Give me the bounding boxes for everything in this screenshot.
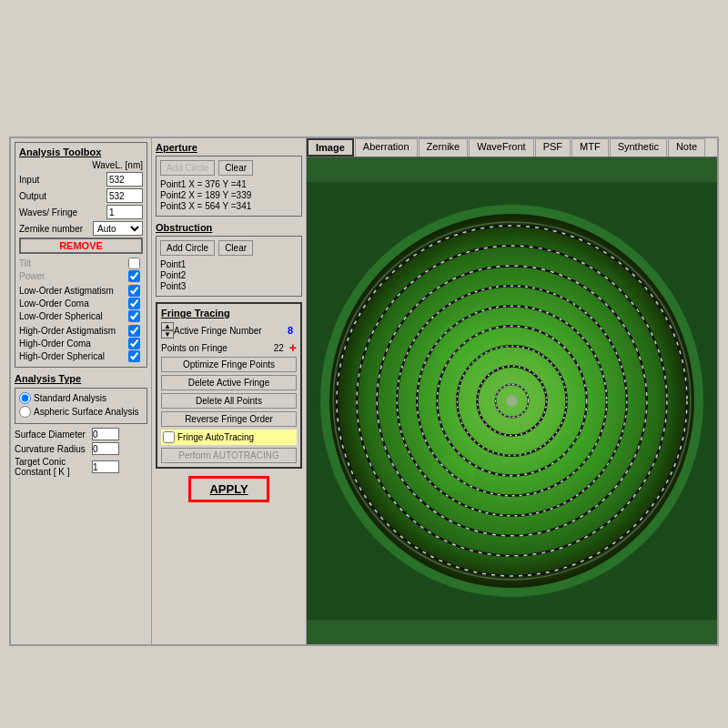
points-fringe-label: Points on Fringe [161,343,274,353]
analysis-toolbox-title: Analysis Toolbox [19,147,143,157]
lo-astigmatism-label: Low-Order Astigmatism [19,286,128,296]
autotracing-label: Fringe AutoTracing [177,432,254,442]
obs-clear-button[interactable]: Clear [218,240,253,256]
apply-wrapper: APPLY [156,476,302,502]
waves-fringe-row: Waves/ Fringe [19,205,143,219]
zernike-label: Zernike number [19,224,93,234]
tilt-checkbox[interactable] [128,258,140,269]
svg-point-26 [430,456,475,492]
tab-note[interactable]: Note [668,138,705,157]
zernike-select[interactable]: Auto [93,221,143,236]
aperture-box: Add Circle Clear Point1 X = 376 Y =41 Po… [156,156,302,217]
active-fringe-row: ▲ ▼ Active Fringe Number 8 [161,322,297,339]
hi-coma-checkbox[interactable] [128,338,140,349]
main-window: Analysis Toolbox WaveL. [nm] Input Outpu… [9,136,719,646]
obs-point3: Point3 [160,281,298,291]
perform-autotracing-button[interactable]: Perform AUTOTRACING [161,448,297,463]
lo-spherical-label: Low-Order Spherical [19,311,128,321]
aspheric-row: Aspheric Surface Analysis [19,406,143,418]
middle-panel: Aperture Add Circle Clear Point1 X = 376… [152,138,307,644]
active-fringe-label: Active Fringe Number [174,326,284,336]
lo-spherical-checkbox[interactable] [128,310,140,322]
obs-point2: Point2 [160,270,298,280]
output-field[interactable] [106,188,143,203]
aspheric-radio[interactable] [19,406,31,418]
fringe-svg [307,157,717,644]
surface-diameter-field[interactable] [92,428,119,440]
standard-radio[interactable] [19,392,31,404]
add-circle-button[interactable]: Add Circle [160,160,215,176]
obs-point1: Point1 [160,259,298,269]
analysis-type-box: Standard Analysis Aspheric Surface Analy… [15,388,147,424]
lo-coma-checkbox[interactable] [128,298,140,309]
waves-fringe-field[interactable] [106,205,143,219]
fringe-box: Fringe Tracing ▲ ▼ Active Fringe Number … [156,302,302,469]
points-fringe-value: 22 [274,343,284,353]
obstruction-title: Obstruction [156,222,302,233]
apply-button[interactable]: APPLY [188,476,268,502]
fringe-up-button[interactable]: ▲ [161,322,174,330]
image-area [307,157,717,644]
curvature-radius-row: Curvature Radius [15,442,147,455]
toolbox-box: Analysis Toolbox WaveL. [nm] Input Outpu… [15,142,147,368]
hi-coma-row: High-Order Coma [19,338,143,349]
lo-coma-row: Low-Order Coma [19,298,143,309]
clear-button[interactable]: Clear [218,160,253,176]
obs-add-circle-button[interactable]: Add Circle [160,240,215,256]
target-conic-row: Target Conic Constant [ K ] [15,457,147,477]
hi-spherical-checkbox[interactable] [128,350,140,362]
remove-button[interactable]: REMOVE [19,238,143,254]
aperture-btn-row: Add Circle Clear [160,160,298,176]
hi-coma-label: High-Order Coma [19,339,128,349]
lo-spherical-row: Low-Order Spherical [19,310,143,322]
tab-wavefront[interactable]: WaveFront [469,138,533,157]
power-label: Power [19,271,128,281]
tab-image[interactable]: Image [307,138,354,157]
add-point-button[interactable]: + [289,340,297,355]
surface-diameter-label: Surface Diameter [15,430,92,440]
tab-zernike[interactable]: Zernike [419,138,469,157]
input-field[interactable] [106,172,143,187]
target-conic-field[interactable] [92,460,119,473]
delete-active-button[interactable]: Delete Active Fringe [161,375,297,390]
aperture-point1: Point1 X = 376 Y =41 [160,179,298,189]
fringe-down-button[interactable]: ▼ [161,330,174,339]
curvature-radius-field[interactable] [92,442,119,455]
tab-synthetic[interactable]: Synthetic [610,138,667,157]
content-area: Analysis Toolbox WaveL. [nm] Input Outpu… [11,138,717,644]
delete-all-button[interactable]: Delete All Points [161,393,297,409]
hi-astigmatism-label: High-Order Astigmatism [19,326,128,336]
tab-aberration[interactable]: Aberration [355,138,418,157]
waves-fringe-label: Waves/ Fringe [19,207,106,217]
hi-astigmatism-checkbox[interactable] [128,325,140,337]
svg-point-22 [506,395,517,406]
power-checkbox[interactable] [128,270,140,282]
zernike-row: Zernike number Auto [19,221,143,236]
autotracing-row: Fringe AutoTracing [161,430,297,445]
obstruction-box: Add Circle Clear Point1 Point2 Point3 [156,236,302,297]
optimize-button[interactable]: Optimize Fringe Points [161,357,297,372]
aperture-point2: Point2 X = 189 Y =339 [160,190,298,200]
lo-astigmatism-checkbox[interactable] [128,285,140,297]
tab-mtf[interactable]: MTF [571,138,609,157]
obstruction-btn-row: Add Circle Clear [160,240,298,256]
wavelength-header: WaveL. [nm] [19,160,143,170]
tilt-label: Tilt [19,258,128,268]
tab-psf[interactable]: PSF [535,138,571,157]
aspheric-label: Aspheric Surface Analysis [34,407,139,417]
fringe-arrows: ▲ ▼ [161,322,174,339]
hi-spherical-row: High-Order Spherical [19,350,143,362]
lo-section: Low-Order Astigmatism Low-Order Coma Low… [19,285,143,322]
tabs-row: Image Aberration Zernike WaveFront PSF M… [307,138,717,157]
right-panel: Image Aberration Zernike WaveFront PSF M… [307,138,717,644]
standard-analysis-row: Standard Analysis [19,392,143,404]
tilt-row: Tilt [19,258,143,269]
power-row: Power [19,270,143,282]
hi-section: High-Order Astigmatism High-Order Coma H… [19,325,143,362]
hi-spherical-label: High-Order Spherical [19,351,128,361]
reverse-button[interactable]: Reverse Fringe Order [161,411,297,427]
output-label: Output [19,191,106,201]
autotracing-checkbox[interactable] [163,431,175,443]
left-panel: Analysis Toolbox WaveL. [nm] Input Outpu… [11,138,152,644]
svg-point-24 [434,318,507,373]
